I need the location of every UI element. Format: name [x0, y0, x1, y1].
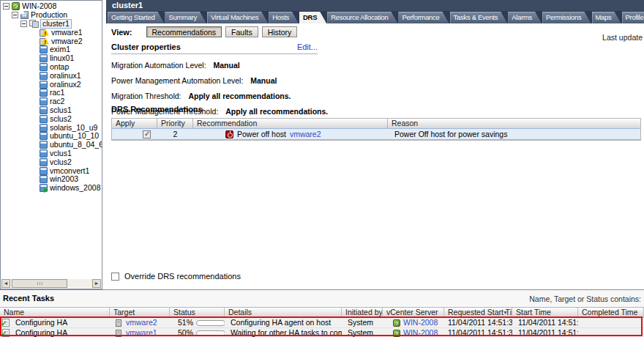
recommendation-reason: Power Off host for power savings	[388, 130, 640, 138]
tree-item[interactable]: linux01	[1, 54, 102, 63]
tree-item-icon	[12, 2, 20, 10]
task-name: Configuring HA	[15, 328, 67, 337]
recommendations-view-button[interactable]: Recommendations	[146, 26, 222, 37]
tree-item[interactable]: vmconvert1	[1, 166, 102, 175]
task-row[interactable]: Configuring HA vmware1 50% Waiting for o…	[0, 327, 644, 337]
tree-item[interactable]: sclus1	[1, 106, 102, 115]
task-details: Waiting for other HA tasks to complete	[225, 328, 342, 337]
tree-item[interactable]: vclus1	[1, 149, 102, 158]
tree-item-label: windows_2008	[50, 184, 100, 192]
tree-item-icon	[40, 141, 48, 149]
recommendation-host-link[interactable]: vmware2	[290, 130, 321, 138]
tree-expander-icon[interactable]	[3, 3, 10, 10]
tree-item[interactable]: ubuntu_8_04_64	[1, 141, 102, 149]
task-target-link[interactable]: vmware1	[126, 328, 157, 337]
tree-item[interactable]: exim1	[1, 45, 102, 54]
tasks-column-header[interactable]: Name▼	[0, 308, 110, 317]
drs-recommendation-row[interactable]: 2 Power off host vmware2 Power Off host …	[112, 128, 640, 140]
tree-item[interactable]: cluster1	[1, 20, 102, 29]
scrollbar-thumb[interactable]	[12, 279, 67, 288]
task-vcenter-link[interactable]: WIN-2008	[403, 318, 438, 327]
tasks-column-header[interactable]: Initiated by▼	[342, 308, 383, 317]
tree-item[interactable]: windows_2008	[1, 184, 102, 193]
task-row[interactable]: Configuring HA vmware2 51% Configuring H…	[0, 318, 644, 327]
tab[interactable]: Summary	[165, 12, 206, 23]
tree-item[interactable]: Production	[1, 11, 102, 20]
host-icon	[116, 319, 121, 327]
property-row: Power Management Automation Level: Manua…	[111, 76, 318, 85]
tree-item-label: ontap	[50, 63, 69, 71]
tree-item[interactable]: sclus2	[1, 114, 102, 123]
vcenter-icon	[393, 330, 400, 337]
tasks-column-header[interactable]: Completed Time▼	[578, 308, 644, 317]
host-icon	[116, 330, 121, 337]
faults-view-button[interactable]: Faults	[225, 26, 258, 37]
tree-item[interactable]: WIN-2008	[1, 2, 102, 11]
tree-item[interactable]: oralinux2	[1, 80, 102, 89]
tree-item[interactable]: solaris_10_u9	[1, 123, 102, 132]
tasks-column-header[interactable]: Requested Start Ti...▼	[444, 308, 512, 317]
task-start-time: 11/04/2011 14:51:37	[512, 318, 578, 327]
tasks-column-header[interactable]: Details▼	[225, 308, 342, 317]
edit-link[interactable]: Edit...	[297, 42, 318, 51]
tasks-column-header[interactable]: Target▼	[110, 308, 170, 317]
override-drs-row: Override DRS recommendations	[111, 272, 241, 281]
tab[interactable]: DRS	[299, 12, 326, 23]
tab[interactable]: Hosts	[269, 12, 299, 23]
tab[interactable]: Maps	[592, 12, 621, 23]
tree-item-icon	[40, 63, 48, 71]
tree-item-label: Production	[31, 11, 67, 19]
tree-item[interactable]: rac2	[1, 97, 102, 106]
column-header-recommendation[interactable]: Recommendation	[193, 119, 388, 128]
tasks-column-header[interactable]: vCenter Server▼	[383, 308, 444, 317]
tasks-column-header[interactable]: Status▼	[170, 308, 225, 317]
tree-item-icon	[40, 72, 48, 80]
apply-checkbox[interactable]	[143, 130, 151, 138]
tab[interactable]: Profile Compliance	[622, 12, 644, 23]
history-view-button[interactable]: History	[262, 26, 298, 37]
scroll-right-icon[interactable]: ►	[92, 279, 101, 288]
tree-item[interactable]: ubuntu_10_10	[1, 132, 102, 141]
task-completed-time	[578, 328, 644, 337]
column-header-reason[interactable]: Reason	[388, 119, 640, 128]
override-drs-checkbox[interactable]	[111, 273, 119, 281]
tree-item[interactable]: rac1	[1, 89, 102, 97]
tree-item-label: vclus1	[50, 149, 72, 158]
task-progress-percent: 51%	[176, 318, 193, 327]
tree-item[interactable]: ontap	[1, 63, 102, 72]
scroll-left-icon[interactable]: ◄	[1, 279, 10, 288]
tab[interactable]: Virtual Machines	[207, 12, 268, 23]
property-label: Migration Threshold:	[111, 92, 181, 100]
tree-item-label: WIN-2008	[22, 2, 56, 10]
task-target-link[interactable]: vmware2	[126, 318, 157, 327]
tree-item-icon	[40, 106, 48, 114]
tree-expander-icon[interactable]	[12, 12, 18, 18]
drs-recommendations-table: Apply Priority Recommendation Reason 2 P…	[111, 118, 641, 141]
tab[interactable]: Performance	[398, 12, 449, 23]
tree-item[interactable]: win2003	[1, 175, 102, 184]
tree-expander-icon[interactable]	[20, 21, 27, 27]
tasks-column-header[interactable]: Start Time▼	[512, 308, 578, 317]
tree-item-icon	[40, 132, 48, 140]
tree-horizontal-scrollbar[interactable]: ◄ ►	[1, 279, 101, 288]
tree-item[interactable]: vmware2	[1, 37, 102, 45]
tree-item[interactable]: vclus2	[1, 158, 102, 166]
tab[interactable]: Getting Started	[108, 12, 164, 23]
column-header-apply[interactable]: Apply	[112, 119, 157, 128]
task-vcenter-link[interactable]: WIN-2008	[403, 328, 438, 337]
drs-recommendations-title: DRS Recommendations	[111, 105, 641, 114]
tree-item[interactable]: vmware1	[1, 28, 102, 37]
tab[interactable]: Resource Allocation	[327, 12, 397, 23]
tasks-table-header: Name▼ Target▼ Status▼ Details▼ Initiated…	[0, 307, 644, 318]
priority-value: 2	[157, 130, 193, 138]
column-header-priority[interactable]: Priority	[157, 119, 193, 128]
tree-item-icon	[40, 115, 48, 123]
tree-item-label: ubuntu_8_04_64	[50, 141, 102, 149]
tree-item-label: vmware1	[51, 29, 83, 37]
tab[interactable]: Permissions	[542, 12, 591, 23]
view-label: View:	[111, 28, 132, 37]
tab[interactable]: Alarms	[508, 12, 542, 23]
tree-item[interactable]: oralinux1	[1, 71, 102, 80]
main-panel: cluster1 Getting Started Summary Virtual…	[106, 0, 644, 289]
tab[interactable]: Tasks & Events	[450, 12, 508, 23]
